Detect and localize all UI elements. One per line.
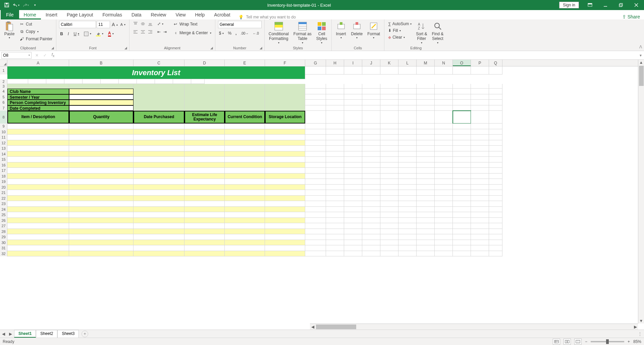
cell[interactable]	[417, 100, 435, 105]
cell[interactable]	[398, 111, 417, 124]
cell[interactable]	[265, 196, 305, 201]
cell[interactable]	[453, 66, 471, 75]
cell[interactable]	[305, 89, 326, 94]
format-cells-button[interactable]: Format▾	[366, 21, 381, 40]
cell[interactable]	[453, 105, 471, 111]
cell[interactable]	[417, 196, 435, 201]
cell[interactable]	[362, 162, 380, 168]
cell[interactable]	[489, 151, 502, 157]
row-header[interactable]: 31	[0, 245, 7, 251]
cell[interactable]	[435, 196, 453, 201]
cell[interactable]	[133, 201, 184, 207]
cell[interactable]	[305, 185, 326, 190]
cell[interactable]	[305, 100, 326, 105]
cell[interactable]	[489, 124, 502, 129]
cell[interactable]	[417, 223, 435, 229]
cell[interactable]	[489, 218, 502, 224]
cell[interactable]	[398, 240, 417, 246]
cell[interactable]	[489, 111, 502, 124]
enter-formula-icon[interactable]: ✓	[41, 53, 49, 58]
cell[interactable]	[69, 140, 133, 146]
cell[interactable]	[265, 201, 305, 207]
cell[interactable]	[133, 223, 184, 229]
cell[interactable]	[265, 135, 305, 140]
italic-button[interactable]: I	[67, 31, 70, 37]
cell[interactable]	[326, 105, 344, 111]
cell[interactable]	[326, 229, 344, 235]
cell[interactable]	[398, 162, 417, 168]
cell[interactable]	[326, 174, 344, 179]
sheet-nav-next-icon[interactable]: ▶	[7, 332, 14, 336]
cell[interactable]	[417, 179, 435, 185]
cell[interactable]	[225, 146, 265, 151]
zoom-in-button[interactable]: +	[628, 339, 630, 344]
cell[interactable]	[380, 179, 398, 185]
cancel-formula-icon[interactable]: ✕	[33, 53, 41, 58]
cell[interactable]	[453, 234, 471, 240]
cell[interactable]	[184, 162, 225, 168]
cell[interactable]	[69, 135, 133, 140]
cell[interactable]	[489, 157, 502, 162]
cell[interactable]	[133, 196, 184, 201]
active-cell[interactable]	[453, 111, 471, 124]
cell[interactable]	[380, 223, 398, 229]
scroll-up-icon[interactable]: ▲	[639, 60, 644, 65]
cell[interactable]	[489, 129, 502, 135]
row-header[interactable]: 23	[0, 201, 7, 207]
cell[interactable]	[380, 129, 398, 135]
table-header-cell[interactable]: Quantity	[69, 111, 133, 124]
cell[interactable]	[380, 168, 398, 174]
ribbon-display-icon[interactable]	[582, 0, 598, 10]
cell[interactable]	[380, 245, 398, 251]
cell[interactable]	[133, 174, 184, 179]
cell[interactable]	[69, 162, 133, 168]
cell[interactable]	[417, 162, 435, 168]
cell[interactable]	[305, 162, 326, 168]
cell[interactable]	[265, 146, 305, 151]
decrease-indent-button[interactable]: ⇤	[156, 29, 162, 35]
cell[interactable]	[69, 196, 133, 201]
cell[interactable]	[417, 190, 435, 196]
cell[interactable]	[69, 124, 133, 129]
cell[interactable]	[69, 179, 133, 185]
cell[interactable]	[305, 240, 326, 246]
cell[interactable]	[489, 251, 502, 257]
column-header[interactable]: F	[265, 60, 305, 66]
cell[interactable]	[453, 251, 471, 257]
cell[interactable]	[265, 190, 305, 196]
cell[interactable]	[398, 129, 417, 135]
cell[interactable]	[489, 190, 502, 196]
meta-label-cell[interactable]: Date Completed	[7, 105, 69, 111]
cell[interactable]	[362, 124, 380, 129]
cell[interactable]	[435, 105, 453, 111]
formula-input[interactable]	[57, 52, 637, 59]
cell[interactable]	[362, 218, 380, 224]
cell[interactable]	[326, 157, 344, 162]
cell[interactable]	[471, 105, 489, 111]
cell[interactable]	[344, 174, 362, 179]
cell[interactable]	[184, 229, 225, 235]
cell[interactable]	[489, 196, 502, 201]
cell[interactable]	[471, 190, 489, 196]
cell[interactable]	[326, 245, 344, 251]
cell[interactable]	[225, 151, 265, 157]
cell[interactable]	[362, 105, 380, 111]
cell[interactable]	[453, 185, 471, 190]
cell[interactable]	[380, 185, 398, 190]
cell[interactable]	[326, 185, 344, 190]
cell[interactable]	[119, 79, 137, 84]
column-header[interactable]: B	[69, 60, 133, 66]
cell[interactable]	[453, 140, 471, 146]
cell[interactable]	[435, 229, 453, 235]
cell[interactable]	[417, 111, 435, 124]
cell[interactable]	[344, 66, 362, 75]
cell[interactable]	[489, 207, 502, 212]
cell[interactable]	[326, 201, 344, 207]
cell[interactable]	[362, 84, 380, 89]
cell[interactable]	[380, 234, 398, 240]
cell[interactable]	[471, 124, 489, 129]
row-header[interactable]: 25	[0, 212, 7, 218]
cell[interactable]	[453, 240, 471, 246]
cell[interactable]	[417, 157, 435, 162]
column-header[interactable]: K	[380, 60, 398, 66]
